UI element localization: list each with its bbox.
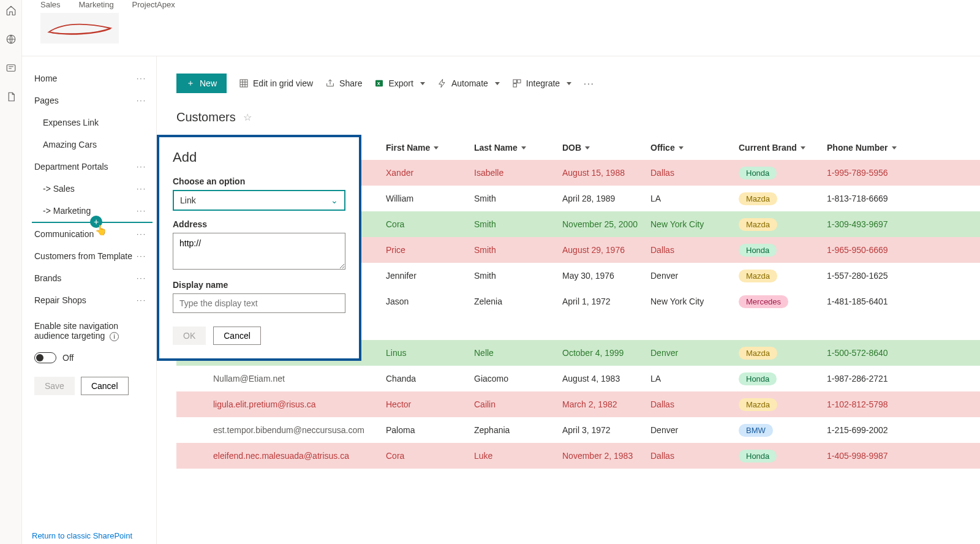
cell-brand: Honda [739,450,827,463]
nav-home[interactable]: Home··· [22,67,156,89]
cell-last-name: Smith [474,245,562,255]
more-icon[interactable]: ··· [137,296,146,304]
site-logo[interactable] [40,13,119,43]
cell-office: Dallas [650,451,739,461]
plus-icon: ＋ [186,78,195,89]
address-input[interactable]: http:// [173,233,345,270]
toolbar-more-button[interactable]: ··· [584,78,595,88]
nav-pages[interactable]: Pages··· [22,89,156,111]
display-name-label: Display name [173,280,345,290]
cell-office: New York City [650,219,739,229]
cell-dob: May 30, 1976 [562,271,650,281]
col-first-name[interactable]: First Name [386,143,474,153]
automate-button[interactable]: Automate [437,78,500,88]
nav-insert-indicator[interactable]: + 👆 [22,222,156,223]
nav-sales[interactable]: -> Sales··· [22,178,156,200]
dialog-title: Add [173,149,345,165]
choose-option-select[interactable]: Link ⌄ [173,190,345,211]
cell-office: Dallas [650,168,739,178]
app-rail [0,0,22,544]
display-name-input[interactable] [173,293,345,313]
more-icon[interactable]: ··· [137,96,146,105]
chevron-down-icon [679,146,684,149]
cell-first-name: Xander [386,168,474,178]
brand-pill: Honda [739,244,777,257]
audience-targeting-toggle[interactable] [34,352,56,363]
nav-department-portals[interactable]: Department Portals··· [22,156,156,178]
cell-brand: Honda [739,372,827,385]
nav-repair-shops[interactable]: Repair Shops··· [22,289,156,311]
cell-office: LA [650,374,739,383]
cell-dob: August 29, 1976 [562,245,650,255]
chevron-down-icon [521,146,526,149]
col-phone-number[interactable]: Phone Number [827,143,925,153]
audience-targeting-label: Enable site navigation audience targetin… [22,311,156,346]
row-title[interactable]: est.tempor.bibendum@neccursusa.com [213,425,364,435]
brand-pill: Honda [739,450,777,463]
table-row[interactable]: eleifend.nec.malesuada@atrisus.caCoraLuk… [176,443,980,469]
nav-customers-template[interactable]: Customers from Template··· [22,245,156,267]
more-icon[interactable]: ··· [137,252,146,260]
cell-phone: 1-987-286-2721 [827,374,925,383]
nav-amazing-cars[interactable]: Amazing Cars [22,134,156,156]
header-tab-sales[interactable]: Sales [40,0,61,9]
more-icon[interactable]: ··· [137,230,146,238]
globe-icon[interactable] [6,34,17,47]
document-icon[interactable] [6,91,17,104]
more-icon[interactable]: ··· [137,274,146,282]
edit-grid-button[interactable]: Edit in grid view [239,78,313,88]
nav-brands[interactable]: Brands··· [22,267,156,289]
choose-option-label: Choose an option [173,176,345,186]
svg-rect-1 [7,65,15,72]
brand-pill: Honda [739,167,777,179]
cell-first-name: Price [386,245,474,255]
toggle-state-label: Off [62,353,74,363]
new-button[interactable]: ＋New [176,74,227,93]
more-icon[interactable]: ··· [137,206,146,215]
more-icon[interactable]: ··· [137,162,146,171]
row-title[interactable]: Nullam@Etiam.net [213,374,285,383]
nav-cancel-button[interactable]: Cancel [81,377,129,395]
cell-last-name: Isabelle [474,168,562,178]
col-office[interactable]: Office [650,143,739,153]
row-title[interactable]: eleifend.nec.malesuada@atrisus.ca [213,451,349,461]
more-icon[interactable]: ··· [137,184,146,193]
return-classic-link[interactable]: Return to classic SharePoint [32,531,132,540]
col-current-brand[interactable]: Current Brand [739,143,827,153]
col-dob[interactable]: DOB [562,143,650,153]
cell-office: LA [650,194,739,203]
row-title[interactable]: ligula.elit.pretium@risus.ca [213,399,316,409]
info-icon[interactable]: i [110,332,119,341]
table-row[interactable]: ligula.elit.pretium@risus.caHectorCailin… [176,391,980,417]
more-icon[interactable]: ··· [137,74,146,83]
header-tab-projectapex[interactable]: ProjectApex [132,0,175,9]
cell-phone: 1-813-718-6669 [827,194,925,203]
news-icon[interactable] [6,62,17,75]
home-icon[interactable] [6,5,17,18]
cell-first-name: Chanda [386,374,474,383]
cell-last-name: Smith [474,219,562,229]
table-row[interactable]: est.tempor.bibendum@neccursusa.comPaloma… [176,417,980,443]
nav-expenses-link[interactable]: Expenses Link [22,111,156,134]
cell-dob: April 28, 1989 [562,194,650,203]
brand-pill: Mazda [739,218,777,231]
favorite-icon[interactable]: ☆ [243,111,252,123]
header-tab-marketing[interactable]: Marketing [79,0,114,9]
cell-phone: 1-995-789-5956 [827,168,925,178]
col-last-name[interactable]: Last Name [474,143,562,153]
cell-dob: August 4, 1983 [562,374,650,383]
cell-office: Dallas [650,399,739,409]
site-header: Sales Marketing ProjectApex [22,0,980,56]
cell-phone: 1-309-493-9697 [827,219,925,229]
svg-rect-2 [240,80,247,87]
cell-first-name: Cora [386,451,474,461]
nav-communication[interactable]: Communication··· [22,223,156,245]
cell-brand: Mazda [739,270,827,282]
export-button[interactable]: XExport [374,78,424,88]
nav-marketing[interactable]: -> Marketing··· [22,200,156,222]
cancel-button[interactable]: Cancel [213,327,261,345]
table-row[interactable]: Nullam@Etiam.netChandaGiacomoAugust 4, 1… [176,366,980,391]
cell-last-name: Smith [474,271,562,281]
integrate-button[interactable]: Integrate [512,78,571,88]
share-button[interactable]: Share [325,78,362,88]
